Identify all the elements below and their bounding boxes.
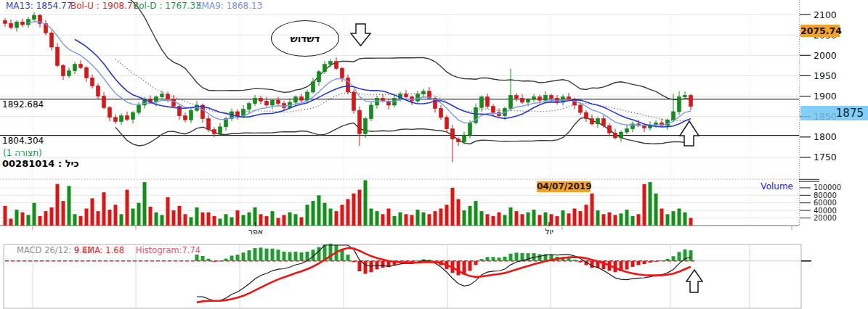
candle — [102, 96, 106, 108]
volume-bar — [346, 199, 350, 226]
volume-bar — [649, 182, 652, 226]
volume-bar — [672, 211, 676, 226]
volume-bar — [126, 190, 129, 226]
macd-histogram-bar — [219, 260, 222, 261]
ellipse-annotation[interactable]: דשדוש — [271, 20, 339, 57]
volume-bar — [678, 209, 681, 226]
candle — [620, 132, 623, 138]
candle — [68, 71, 71, 76]
candle — [585, 112, 588, 118]
volume-bar — [68, 186, 71, 226]
volume-bar — [498, 213, 501, 226]
volume-bar — [91, 198, 94, 225]
volume-bar — [666, 214, 670, 226]
candle — [689, 95, 693, 106]
candle — [684, 95, 687, 96]
volume-axis-label: 20000 — [814, 214, 837, 222]
candle — [480, 97, 484, 108]
volume-axis-label: 40000 — [814, 207, 837, 215]
volume-bar — [21, 213, 25, 226]
volume-bar — [120, 214, 123, 226]
volume-bar — [114, 205, 118, 226]
volume-bar — [596, 210, 600, 226]
volume-axis-label: 100000 — [814, 184, 841, 191]
volume-bar — [33, 203, 36, 226]
volume-bar — [463, 210, 466, 226]
macd-histogram-bar — [538, 254, 542, 260]
candle — [341, 68, 344, 78]
volume-bar — [532, 210, 536, 226]
macd-histogram-bar — [474, 261, 478, 265]
macd-histogram-bar — [480, 259, 484, 261]
volume-bar — [625, 210, 629, 226]
volume-bar — [9, 219, 13, 226]
volume-bar — [224, 214, 228, 226]
volume-bar — [79, 216, 83, 226]
macd-histogram-bar — [486, 257, 490, 260]
candle — [120, 116, 123, 122]
legend-ma13: MA13: 1854.77 — [6, 1, 72, 11]
volume-bar — [335, 211, 338, 226]
candle — [678, 97, 681, 112]
symbol-label[interactable]: כיל : 00281014 — [2, 159, 79, 169]
volume-bar — [15, 210, 19, 226]
macd-histogram-bar — [515, 252, 519, 260]
volume-axis: 10000080000600004000020000 — [800, 184, 841, 222]
candle — [521, 98, 524, 102]
volume-bar — [143, 182, 147, 226]
macd-histogram-bar — [195, 255, 199, 261]
candle — [567, 97, 571, 99]
macd-histogram-bar — [253, 248, 257, 261]
candle — [602, 119, 606, 126]
volume-bar — [608, 213, 612, 226]
candle — [50, 33, 54, 47]
volume-bar — [544, 213, 548, 226]
ellipse-annotation-label: דשדוש — [291, 33, 320, 44]
candle — [9, 23, 13, 28]
macd-histogram-bar — [492, 257, 495, 261]
volume-bar — [207, 213, 211, 226]
volume-bar — [515, 211, 519, 226]
candle — [248, 104, 251, 110]
candle — [323, 65, 327, 72]
volume-axis-label: 80000 — [814, 191, 837, 199]
candle — [527, 99, 530, 102]
configuration-label: (תצורה 1) — [3, 149, 42, 158]
volume-bar — [131, 209, 135, 226]
volume-bar — [492, 216, 495, 226]
down-arrow-annotation[interactable] — [351, 24, 370, 46]
volume-bar — [248, 213, 251, 226]
volume-bar — [317, 195, 321, 226]
candle — [21, 22, 25, 25]
macd-histogram-bar — [672, 256, 676, 261]
candle — [445, 118, 449, 129]
volume-bar — [201, 213, 205, 226]
legend-macd-ema: 9 EMA: 1.68 — [74, 246, 124, 255]
macd-histogram-bar — [469, 261, 472, 271]
candle — [346, 78, 350, 92]
volume-bar — [242, 215, 246, 226]
candle — [614, 133, 617, 138]
volume-bar — [439, 209, 443, 226]
volume-bar — [329, 209, 333, 226]
macd-histogram-bar — [300, 252, 304, 261]
macd-up-arrow-annotation[interactable] — [686, 270, 702, 292]
candle — [457, 139, 461, 142]
volume-bar — [56, 184, 60, 226]
volume-bar — [631, 216, 635, 226]
macd-histogram-bar — [689, 250, 693, 261]
candle — [596, 119, 600, 124]
volume-bar — [137, 203, 141, 226]
volume-bar — [457, 199, 461, 226]
volume-bar — [660, 209, 664, 226]
candle — [416, 94, 420, 102]
volume-bar — [161, 215, 164, 226]
volume-bar — [422, 213, 426, 226]
volume-bar — [451, 188, 455, 226]
price-axis-label: 1950 — [814, 70, 837, 81]
candle — [370, 105, 373, 119]
macd-histogram-bar — [329, 244, 333, 261]
candle — [271, 100, 275, 105]
chart-canvas[interactable]: 2100205020001950190018501800175010000080… — [0, 0, 868, 309]
volume-bar — [684, 213, 687, 226]
